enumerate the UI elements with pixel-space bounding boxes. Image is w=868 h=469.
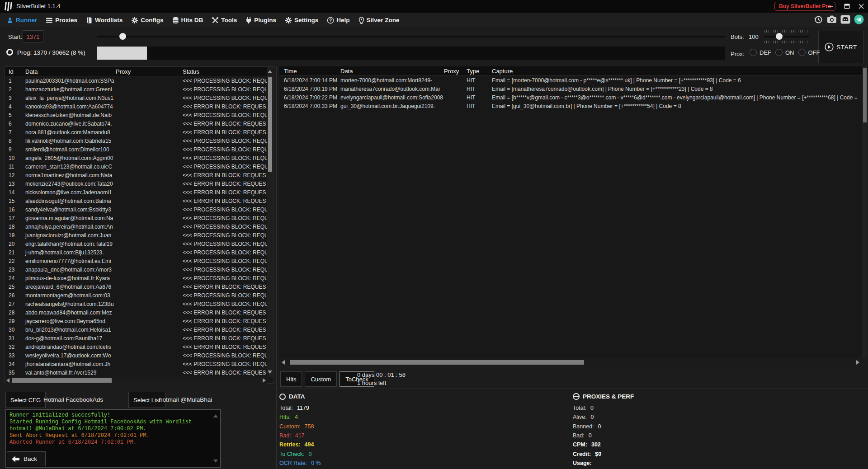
menu-item-help[interactable]: ? Help	[327, 17, 349, 24]
table-row[interactable]: 14nicksolomon@live.com:Jadenaomi1<<< ERR…	[5, 188, 274, 197]
menu-item-settings[interactable]: Settings	[285, 17, 318, 24]
remaining-time: 1 hours left	[357, 380, 406, 386]
left-table-horizontal-scrollbar[interactable]	[5, 377, 267, 384]
scroll-down-arrow-icon[interactable]	[268, 371, 272, 374]
left-table-vertical-scrollbar[interactable]	[267, 67, 273, 377]
menu-item-tools[interactable]: Tools	[212, 17, 237, 24]
scrollbar-thumb[interactable]	[863, 68, 867, 122]
table-row[interactable]: 25areejalward_6@hotmail.com:Aa676<<< ERR…	[5, 282, 274, 291]
proxy-on-label: ON	[785, 49, 794, 56]
scroll-right-arrow-icon[interactable]	[856, 360, 859, 365]
table-row[interactable]: 22emiliomoreno7777@hotmail.es:Emi<<< PRO…	[5, 257, 274, 265]
table-row[interactable]: 10angela_2605@hotmail.com:Aggm00<<< PROC…	[5, 154, 274, 162]
back-button[interactable]: Back	[7, 451, 46, 466]
table-row[interactable]: 23anapaula_dnc@hotmail.com:Amor3<<< PROC…	[5, 265, 274, 274]
table-row[interactable]: 2hamzaozturke@hotmail.com:Greenl<<< PROC…	[5, 85, 274, 94]
scroll-right-arrow-icon[interactable]	[263, 378, 266, 383]
select-cfg-button[interactable]: Select CFG	[5, 392, 46, 408]
scroll-left-arrow-icon[interactable]	[6, 378, 9, 383]
menu-item-runner[interactable]: Runner	[6, 17, 37, 24]
telegram-icon[interactable]	[854, 14, 864, 25]
panel-splitter[interactable]	[276, 66, 277, 469]
camera-icon[interactable]	[826, 14, 837, 25]
table-row[interactable]: 16sandy4elva@hotmail.com:Bsbkitty3<<< PR…	[5, 205, 274, 214]
table-row[interactable]: 33wesleyoliveira.17@outlook.com:Wo<<< PR…	[5, 351, 274, 360]
stat-line: Usage:	[573, 459, 601, 468]
stat-line: Total:0	[573, 403, 601, 413]
table-row[interactable]: 26montarmontagem@hotmail.com:03<<< PROCE…	[5, 291, 274, 300]
maximize-button[interactable]	[839, 0, 854, 13]
menu-item-plugins[interactable]: Plugins	[245, 17, 276, 24]
hit-row[interactable]: 6/18/2024 7:00:19 PMmariatheresa7conrado…	[279, 84, 868, 93]
hits-table-vertical-scrollbar[interactable]	[862, 66, 868, 358]
table-row[interactable]: 29jaycarrero@live.com:Beyma65nd<<< ERROR…	[5, 317, 274, 325]
scroll-left-arrow-icon[interactable]	[282, 360, 285, 365]
menu-item-hitsdb[interactable]: Hits DB	[172, 17, 203, 24]
proxy-off-radio[interactable]	[798, 49, 806, 56]
cell-data: lili.valinoti@hotmail.com:Gabriela15	[25, 138, 116, 144]
table-row[interactable]: 32andrepbrandao@hotmail.com:Icefis<<< ER…	[5, 342, 274, 351]
table-row[interactable]: 11cameron_starr123@hotmail.co.uk:C<<< PR…	[5, 162, 274, 171]
scrollbar-thumb[interactable]	[12, 378, 112, 383]
scroll-up-arrow-icon[interactable]	[268, 70, 272, 73]
table-row[interactable]: 8lili.valinoti@hotmail.com:Gabriela15<<<…	[5, 136, 274, 145]
menu-item-configs[interactable]: Configs	[131, 17, 163, 24]
tab-hits[interactable]: Hits	[280, 371, 302, 387]
table-row[interactable]: 31dos-g@hotmail.com:Baunilha17<<< ERROR …	[5, 334, 274, 342]
menu-item-proxies[interactable]: Proxies	[46, 17, 77, 24]
scroll-up-arrow-icon[interactable]	[213, 414, 218, 417]
menu-item-wordlists[interactable]: Wordlists	[86, 17, 123, 24]
scrollbar-thumb[interactable]	[268, 77, 272, 172]
bots-slider-thumb[interactable]	[776, 33, 783, 40]
bots-slider[interactable]	[764, 36, 809, 38]
cell-id: 33	[9, 352, 25, 359]
start-position-input[interactable]	[23, 30, 43, 43]
table-row[interactable]: 1paulina2003301@hotmail.com:SSPa<<< PROC…	[5, 76, 274, 85]
hit-row[interactable]: 6/18/2024 7:00:22 PMevelyngarciapauli@ho…	[279, 93, 868, 102]
proxy-def-radio[interactable]	[750, 49, 757, 56]
stat-value: 417	[295, 432, 305, 439]
table-row[interactable]: 20engr.talalkhan@hotmail.com:Talal19<<< …	[5, 239, 274, 248]
hits-table: Time Data Proxy Type Capture 6/18/2024 7…	[279, 66, 868, 358]
scrollbar-thumb[interactable]	[290, 360, 584, 365]
cell-id: 7	[9, 129, 25, 136]
log-line: Started Running Config Hotmail FacebookA…	[9, 419, 211, 432]
cell-status: <<< PROCESSING BLOCK: REQU	[183, 138, 274, 144]
start-button[interactable]: START	[818, 31, 863, 63]
table-row[interactable]: 28abdo.moawad84@hotmail.com:Mez<<< ERROR…	[5, 308, 274, 317]
table-row[interactable]: 3aleix_la_penya@hotmail.com:N3us1<<< PRO…	[5, 94, 274, 102]
table-row[interactable]: 4kanooka93@hotmail.com:Aa604774<<< ERROR…	[5, 102, 274, 111]
start-position-slider[interactable]	[97, 36, 725, 38]
table-row[interactable]: 15alaeddinsogut@hotmail.com:Batma<<< ERR…	[5, 197, 274, 205]
table-row[interactable]: 19juanignacioruizr@hotmail.com:Juan<<< P…	[5, 231, 274, 239]
table-row[interactable]: 7nora.881@outlook.com:Mamandu8<<< ERROR …	[5, 128, 274, 136]
table-row[interactable]: 18annajhulya.pereira@hotmail.com:An<<< P…	[5, 222, 274, 231]
proxy-on-radio[interactable]	[775, 49, 783, 56]
table-row[interactable]: 27rachealsangels@hotmail.com:123Bu<<< PR…	[5, 300, 274, 308]
hit-row[interactable]: 6/18/2024 7:00:33 PMgui_30@hotmail.com.b…	[279, 102, 868, 110]
menu-item-silver-zone[interactable]: Silver Zone	[359, 17, 400, 24]
table-row[interactable]: 13mckenzie2743@outlook.com:Tata20<<< ERR…	[5, 179, 274, 188]
start-slider-thumb[interactable]	[119, 33, 126, 40]
cell-id: 14	[9, 189, 25, 196]
table-row[interactable]: 34jhonatanalcantara@hotmail.com:Jh<<< PR…	[5, 360, 274, 368]
table-row[interactable]: 17giovanna.m.aguiar@hotmail.com:Na<<< PR…	[5, 214, 274, 222]
minimize-button[interactable]	[823, 0, 838, 13]
table-row[interactable]: 21j-uhm@hotmail.com:Biju132523.<<< PROCE…	[5, 248, 274, 257]
table-row[interactable]: 30bru_bll2013@hotmail.com:Heloisa1<<< ER…	[5, 325, 274, 334]
hit-row[interactable]: 6/18/2024 7:00:14 PMmorten-7000@hotmail.…	[279, 76, 868, 84]
table-row[interactable]: 5klenesschuetzken@hotmail.de:Naib<<< PRO…	[5, 111, 274, 119]
tab-custom[interactable]: Custom	[305, 371, 337, 387]
table-row[interactable]: 9smilerdi@hotmail.com:Dimellor100<<< PRO…	[5, 145, 274, 154]
table-row[interactable]: 12norma1martinez@hotmail.com:Nata<<< ERR…	[5, 171, 274, 179]
close-button[interactable]	[854, 0, 868, 13]
discord-icon[interactable]	[840, 14, 851, 25]
scroll-down-arrow-icon[interactable]	[213, 460, 218, 463]
hits-table-horizontal-scrollbar[interactable]	[280, 359, 861, 366]
stat-label: CPM:	[573, 441, 587, 448]
table-row[interactable]: 24piimous-de-luxxe@hotmail.fr:Kyara<<< P…	[5, 274, 274, 282]
table-row[interactable]: 35val.anto@hotmail.fr:Avcr1529<<< ERROR …	[5, 368, 274, 377]
stat-line: Alive:0	[573, 413, 601, 422]
table-row[interactable]: 6domenico.zucano@live.it:Sabato74.<<< ER…	[5, 119, 274, 128]
history-icon[interactable]	[813, 14, 824, 25]
